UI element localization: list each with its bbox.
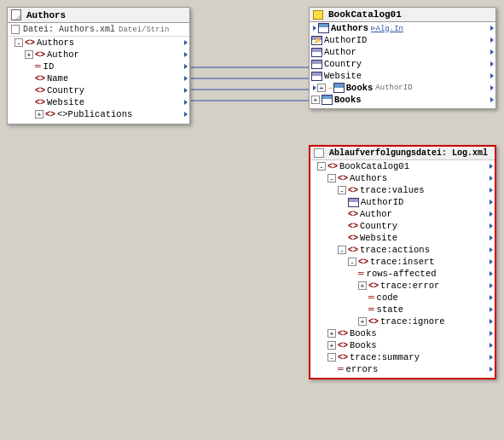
el-icon-ts: <> (338, 353, 348, 362)
expand-ti[interactable]: - (348, 258, 356, 266)
catalog-books-table[interactable]: + Books (310, 94, 495, 106)
website-node: <> Website (8, 96, 189, 108)
expand-ta[interactable]: - (338, 246, 346, 254)
port-log-ra (490, 271, 493, 276)
expand-author[interactable]: + (25, 50, 33, 59)
log-author-el: <> Author (310, 208, 495, 220)
expand-te[interactable]: + (358, 281, 367, 290)
port-log-tv (490, 188, 493, 193)
authors-file-row: Datei: Authors.xml Datei/Strin (8, 23, 189, 37)
port-arrow (184, 40, 188, 45)
authors-node-label: Authors (37, 38, 74, 48)
log-trace-ignore[interactable]: + <> trace:ignore (310, 316, 495, 327)
port-name (184, 76, 188, 81)
port-right-country (490, 61, 494, 67)
log-trace-values[interactable]: - <> trace:values (310, 184, 495, 196)
authors-panel-header: Authors (8, 8, 189, 23)
authorid-label: AuthorID (324, 35, 367, 45)
el-icon-log-web: <> (348, 234, 358, 243)
table-icon-fk (333, 83, 345, 93)
port-log-errors (490, 367, 493, 372)
expand-log-bookcatalog[interactable]: - (317, 162, 326, 171)
arrow-fk (313, 85, 316, 90)
expand-tv[interactable]: - (338, 186, 346, 194)
trace-values-label: trace:values (360, 185, 425, 195)
expand-lb2[interactable]: + (327, 341, 336, 350)
col-icon-authorid: 🔑 (311, 36, 322, 45)
expand-lb1[interactable]: + (327, 329, 336, 338)
log-trace-insert[interactable]: - <> trace:insert (310, 256, 495, 268)
file-type: Datei/Strin (119, 26, 169, 34)
port-right-author (490, 49, 494, 55)
log-trace-actions[interactable]: - <> trace:actions (310, 244, 495, 256)
port-arrow-2 (184, 52, 188, 57)
log-website-label: Website (360, 233, 397, 243)
el-icon-lb2: <> (338, 341, 348, 350)
el-icon-te: <> (368, 281, 379, 291)
catalog-authorid: 🔑 AuthorID (310, 34, 495, 46)
port-pub (184, 112, 188, 117)
publications-label: <>Publications (57, 109, 132, 119)
log-bookcatalog[interactable]: - <> BookCatalog01 (310, 160, 495, 172)
expand-ts[interactable]: - (327, 353, 336, 362)
catalog-fk-books[interactable]: + ← Books AuthorID (310, 82, 495, 94)
publications-node[interactable]: + <> <>Publications (8, 108, 189, 120)
catalog-authors-table[interactable]: Authors ⊳Alg.In (310, 22, 495, 34)
expand-fk[interactable]: + (317, 84, 326, 92)
log-authorid: AuthorID (310, 196, 495, 208)
catalog-authors-sublabel: ⊳Alg.In (371, 24, 403, 33)
port-right-fk (490, 85, 494, 90)
port-log-au (490, 211, 493, 217)
el-icon-bc: <> (327, 162, 338, 171)
website-col-label: Website (324, 71, 362, 81)
trace-summary-label: trace:summary (350, 352, 420, 362)
id-attr: ═ ID (8, 61, 189, 72)
el-icon-log-au: <> (348, 210, 358, 219)
log-trace-error[interactable]: + <> trace:error (310, 280, 495, 292)
port-log-co (490, 223, 493, 229)
log-trace-summary[interactable]: - <> trace:summary (310, 351, 495, 363)
log-errors: ═ errors (310, 363, 495, 375)
authors-title: Authors (26, 10, 66, 20)
log-books1[interactable]: + <> Books (310, 327, 495, 339)
port-log-code (490, 295, 493, 300)
log-authors[interactable]: - <> Authors (310, 172, 495, 184)
attr-icon-code: ═ (368, 292, 374, 303)
trace-ignore-label: trace:ignore (380, 316, 445, 327)
element-icon-2: <> (35, 50, 45, 60)
port-log-tig (490, 319, 493, 324)
port-id (184, 64, 188, 69)
expand-publications[interactable]: + (35, 110, 43, 119)
expand-books[interactable]: + (311, 96, 320, 104)
log-books2[interactable]: + <> Books (310, 339, 495, 351)
port-log-te (490, 283, 493, 288)
log-title: Ablaufverfolgungsdatei: Log.xml (329, 148, 488, 158)
log-rows-affected: ═ rows-affected (310, 268, 495, 280)
catalog-author: Author (310, 46, 495, 58)
col-icon-website (311, 72, 322, 81)
authors-root[interactable]: - <> Authors (8, 37, 189, 49)
element-icon-website: <> (35, 98, 45, 107)
books-label: Books (334, 95, 362, 105)
author-node[interactable]: + <> Author (8, 49, 189, 61)
element-icon-country: <> (35, 86, 45, 96)
log-country-label: Country (360, 221, 397, 231)
attr-icon-ra: ═ (358, 269, 364, 279)
rows-affected-label: rows-affected (367, 269, 437, 279)
expand-log-authors[interactable]: - (327, 174, 336, 182)
attr-icon-state: ═ (368, 304, 374, 315)
el-icon-lb1: <> (338, 329, 348, 339)
log-state: ═ state (310, 304, 495, 316)
author-node-label: Author (47, 49, 79, 60)
code-label: code (377, 292, 398, 303)
trace-insert-label: trace:insert (370, 257, 435, 267)
expand-authors[interactable]: - (14, 38, 23, 47)
doc-icon (11, 9, 21, 20)
el-icon-la: <> (338, 174, 348, 183)
log-authorid-label: AuthorID (361, 197, 403, 207)
log-panel: Ablaufverfolgungsdatei: Log.xml - <> Boo… (309, 145, 496, 379)
port-right-books (490, 97, 494, 102)
table-icon-books (322, 95, 333, 105)
expand-tig[interactable]: + (358, 317, 367, 326)
log-bookcatalog-label: BookCatalog01 (339, 161, 409, 171)
